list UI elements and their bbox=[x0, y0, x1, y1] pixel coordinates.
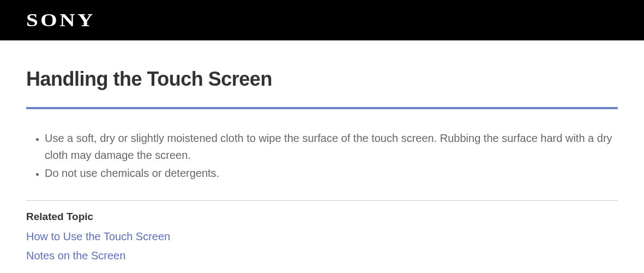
title-rule bbox=[26, 107, 618, 109]
list-item: Use a soft, dry or slightly moistened cl… bbox=[45, 130, 618, 164]
content-area: Handling the Touch Screen Use a soft, dr… bbox=[0, 40, 644, 262]
section-divider bbox=[26, 200, 618, 201]
related-link[interactable]: How to Use the Touch Screen bbox=[26, 230, 618, 243]
related-link[interactable]: Notes on the Screen bbox=[26, 250, 618, 262]
global-header: SONY bbox=[0, 0, 644, 40]
list-item: Do not use chemicals or detergents. bbox=[45, 165, 618, 182]
instruction-list: Use a soft, dry or slightly moistened cl… bbox=[26, 130, 618, 182]
page-title: Handling the Touch Screen bbox=[26, 68, 618, 91]
related-topic-heading: Related Topic bbox=[26, 211, 618, 223]
brand-logo: SONY bbox=[26, 10, 95, 31]
